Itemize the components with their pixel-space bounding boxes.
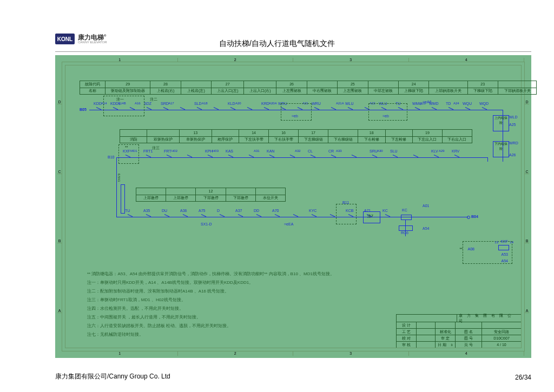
doc-title: 自动扶梯/自动人行道电气随机文件	[0, 39, 554, 49]
lower-table: 12上部急停上部急停下部急停下部急停水位开关	[136, 188, 286, 202]
mid-table: 131416171819消防双驱热保护单驱热保护相序保护下左扶手带下右扶手带下左…	[120, 129, 472, 143]
note-2: 注二：配加附加制动器时使用。没有附加制动器时A14B 、A16 线号短接。	[87, 288, 229, 294]
page-number: 26/34	[515, 374, 531, 381]
note-1: 注一：单驱动时只用KDD开关，A14 、A14B线号短接。双驱动时用开关KDD及…	[87, 280, 253, 285]
note-0: ** 消防继电器：A53、A54 由外部提供常开消防信号，消防动作，扶梯停梯。没…	[87, 271, 334, 277]
footer-company: 康力集团有限公司/Canny Group Co. Ltd	[55, 372, 170, 381]
fault-code-table: 故障代码29282726252423名称驱动链及附加制动器上梳齿(右)上梳齿(左…	[80, 81, 537, 95]
node-b05: B05	[80, 108, 87, 111]
title-block: 康 力 集 团 有 限 公 司设 计工 艺标准化图 名安全回路校 对审 定图 号…	[396, 314, 521, 348]
note-7: 注七：无机械防逆转时短接。	[87, 331, 143, 337]
node-b04: B04	[471, 215, 478, 218]
drawing-sheet: 1234 1234 DCBA DCBA 故障代码29282726252423名称…	[55, 55, 531, 358]
note-5: 注五：中间围裙开关 ，超长人行道用，不用此开关时短接。	[87, 314, 201, 320]
note-6: 注六：人行道安装缺踏板开关、防止踏板 松动、逃脱，不用此开关时短接。	[87, 323, 231, 329]
note-3: 注三：单驱动时FRT1取消，MD1 、H02线号短接。	[87, 297, 186, 303]
node-b10: B10	[108, 155, 114, 159]
note-4: 注四：水位检测开关。选配 ，不用此开关时短接。	[87, 305, 183, 311]
